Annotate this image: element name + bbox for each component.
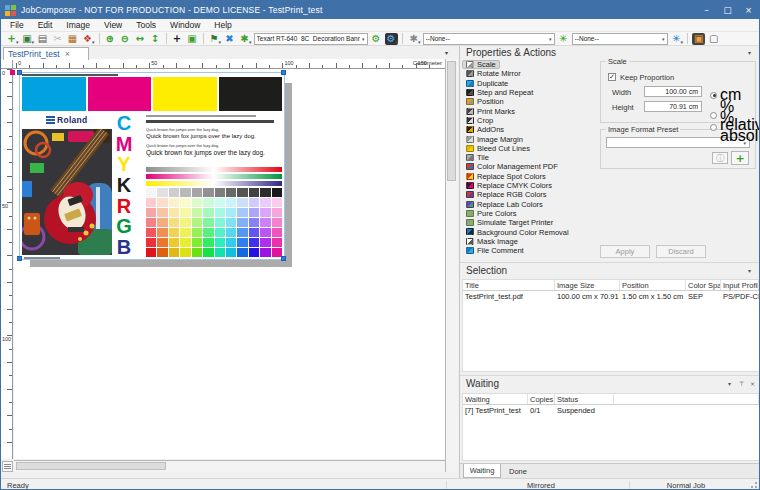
menu-view[interactable]: View	[97, 19, 129, 32]
panels-icon[interactable]: ▣	[692, 33, 705, 45]
table-row[interactable]: [7] TestPrint_test0/1Suspended	[463, 405, 759, 416]
queue-tab-done[interactable]: Done	[502, 464, 534, 478]
zoom-out-icon[interactable]: ⊖	[119, 33, 132, 45]
menu-tools[interactable]: Tools	[129, 19, 163, 32]
menu-image[interactable]: Image	[59, 19, 97, 32]
printer-icon[interactable]: ▤	[36, 33, 49, 45]
swatch	[226, 228, 236, 237]
resize-grip[interactable]	[749, 482, 758, 490]
action-replace-rgb-colors[interactable]: Replace RGB Colors	[462, 190, 551, 199]
tab-close-icon[interactable]: ×	[65, 50, 71, 58]
action-pure-colors[interactable]: Pure Colors	[462, 209, 521, 218]
selection-menu-icon[interactable]: ▾	[748, 267, 751, 274]
rip-gears-icon[interactable]: ⚙▾	[385, 33, 399, 45]
action-mask-image[interactable]: Mask Image	[462, 237, 522, 246]
action-bleed-cut-lines[interactable]: Bleed Cut Lines	[462, 144, 534, 153]
action-position[interactable]: Position	[462, 97, 508, 106]
pin-icon[interactable]: ⊤	[739, 380, 744, 387]
adjust-icon[interactable]: ✳▾	[670, 33, 684, 45]
preset3-combo[interactable]: --None--▾	[572, 33, 668, 45]
menu-window[interactable]: Window	[163, 19, 207, 32]
queue-tab-waiting[interactable]: Waiting	[463, 464, 501, 478]
action-scale[interactable]: Scale	[462, 60, 500, 69]
abort-print-icon[interactable]: ✖	[223, 33, 236, 45]
width-input[interactable]	[644, 86, 702, 97]
preset-add-button[interactable]: +	[731, 151, 749, 165]
horizontal-scrollbar-thumb[interactable]	[16, 462, 166, 470]
action-duplicate[interactable]: Duplicate	[462, 79, 512, 88]
vertical-scrollbar[interactable]	[445, 59, 458, 472]
add-entry-icon[interactable]: +▾	[5, 33, 19, 45]
action-rotate-mirror[interactable]: Rotate Mirror	[462, 69, 525, 78]
auto-wand-icon[interactable]: ✱▾	[238, 33, 252, 45]
action-file-comment[interactable]: File Comment	[462, 246, 528, 255]
simulate-target-printer-icon	[466, 219, 474, 226]
action-image-margin[interactable]: Image Margin	[462, 134, 527, 143]
height-input[interactable]	[644, 101, 702, 112]
preset2-combo[interactable]: --None--▾	[423, 33, 555, 45]
color-gear-icon[interactable]: ✳	[557, 33, 570, 45]
color-management-pdf-icon	[466, 163, 474, 170]
document-tab[interactable]: TestPrint_test ×	[3, 47, 89, 60]
selection-handle[interactable]	[17, 70, 22, 75]
mask-image-icon	[466, 238, 474, 245]
maximize-button[interactable]: □	[717, 1, 738, 19]
placed-image[interactable]: Roland CMYKRGB Quick brown fox jumps ove…	[20, 73, 284, 259]
action-replace-cmyk-colors[interactable]: Replace CMYK Colors	[462, 181, 556, 190]
menu-edit[interactable]: Edit	[31, 19, 60, 32]
action-label: Step and Repeat	[477, 88, 533, 97]
action-print-marks[interactable]: Print Marks	[462, 106, 519, 115]
scissors-icon[interactable]: ✂	[51, 33, 64, 45]
action-addons[interactable]: AddOns	[462, 125, 508, 134]
selection-handle[interactable]	[17, 256, 22, 261]
ruler-tick	[9, 375, 12, 376]
wand2-icon[interactable]: ✱▾	[407, 33, 421, 45]
ruler-tick	[7, 176, 12, 177]
action-background-color-removal[interactable]: Background Color Removal	[462, 227, 573, 236]
picture-icon[interactable]: ▦	[66, 33, 79, 45]
print-settings-icon[interactable]: ⚙	[370, 33, 383, 45]
action-simulate-target-printer[interactable]: Simulate Target Printer	[462, 218, 557, 227]
status-divider	[446, 481, 447, 489]
action-replace-lab-colors[interactable]: Replace Lab Colors	[462, 199, 547, 208]
fit-height-icon[interactable]: ↕	[149, 33, 162, 45]
pure-colors-icon	[466, 210, 474, 217]
close-button[interactable]: ×	[738, 1, 759, 19]
arrange-tiles-icon[interactable]: ❖▾	[81, 33, 95, 45]
origin-cross-icon[interactable]: +	[171, 33, 184, 45]
preview-icon[interactable]: ▣	[186, 33, 199, 45]
ruler-toggle-button[interactable]	[2, 461, 13, 472]
preset-info-button[interactable]: ⓘ	[712, 152, 728, 164]
action-step-and-repeat[interactable]: Step and Repeat	[462, 88, 537, 97]
swatch	[249, 188, 259, 197]
window-list-dropdown-icon[interactable]: ▾	[445, 49, 448, 56]
menu-help[interactable]: Help	[207, 19, 238, 32]
vertical-scrollbar-thumb[interactable]	[447, 61, 456, 181]
apply-button[interactable]: Apply	[600, 245, 650, 258]
zoom-in-icon[interactable]: ⊕	[104, 33, 117, 45]
properties-menu-icon[interactable]: ▾	[748, 49, 751, 56]
fit-width-icon[interactable]: ↔	[134, 33, 147, 45]
minimize-button[interactable]: –	[696, 1, 717, 19]
selection-handle[interactable]	[281, 256, 286, 261]
ruler-tick	[282, 63, 283, 68]
selection-handle[interactable]	[281, 70, 286, 75]
action-tile[interactable]: Tile	[462, 153, 493, 162]
close-icon[interactable]: ×	[750, 380, 755, 387]
table-row[interactable]: TestPrint_test.pdf100.00 cm x 70.91 cm1.…	[463, 291, 759, 302]
action-color-management-pdf[interactable]: Color Management PDF	[462, 162, 562, 171]
action-crop[interactable]: Crop	[462, 116, 497, 125]
unit-radio-absolute[interactable]: % absolute	[710, 109, 760, 145]
print-flag-icon[interactable]: ⚑▾	[208, 33, 222, 45]
chevron-down-icon[interactable]: ▾	[728, 380, 731, 387]
horizontal-scrollbar[interactable]	[14, 460, 445, 472]
add-image-icon[interactable]: ▣▾	[21, 33, 35, 45]
discard-button[interactable]: Discard	[656, 245, 706, 258]
menu-file[interactable]: File	[3, 19, 31, 32]
cell: 1.50 cm x 1.50 cm	[620, 291, 686, 302]
keep-proportion-checkbox[interactable]: ✓	[608, 73, 616, 81]
swatch	[146, 208, 156, 217]
layout-icon[interactable]: ▢	[707, 33, 720, 45]
printer-preset-combo[interactable]: Texart RT-640_8C_Decoration Banner_12P_7…	[254, 33, 368, 45]
action-replace-spot-colors[interactable]: Replace Spot Colors	[462, 172, 550, 181]
